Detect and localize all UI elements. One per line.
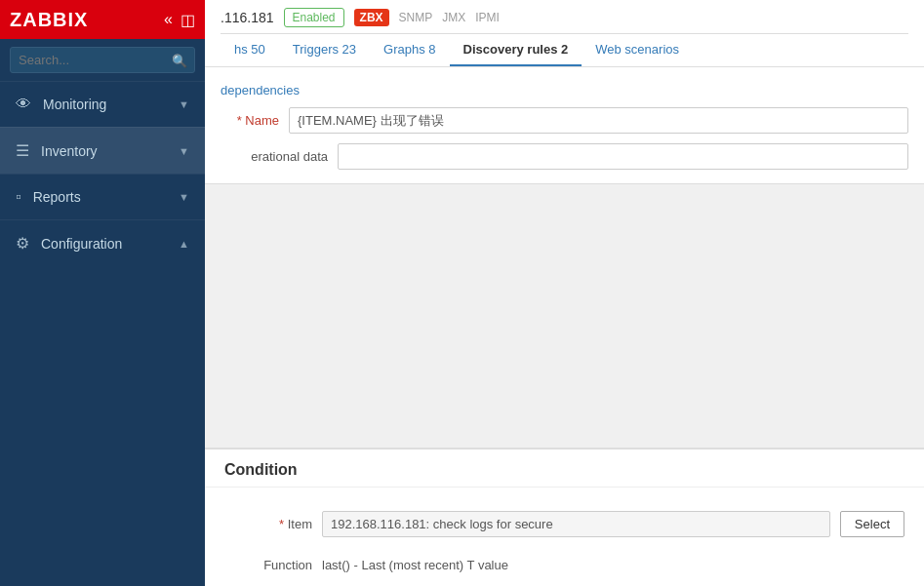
condition-function-label: Function xyxy=(224,558,312,572)
tab-web[interactable]: Web scenarios xyxy=(582,34,693,66)
chevron-up-icon: ▲ xyxy=(179,238,189,250)
tabs-row: hs 50 Triggers 23 Graphs 8 Discovery rul… xyxy=(221,33,908,66)
tab-graphs[interactable]: Graphs 8 xyxy=(370,34,449,66)
search-input[interactable] xyxy=(10,47,195,73)
monitoring-icon: 👁 xyxy=(16,96,31,113)
chevron-down-icon: ▼ xyxy=(179,98,189,110)
sidebar-item-label-configuration: Configuration xyxy=(41,236,122,252)
logo: ZABBIX xyxy=(10,9,88,31)
badge-ipmi: IPMI xyxy=(475,11,500,24)
tab-discovery[interactable]: Discovery rules 2 xyxy=(450,34,583,66)
config-icon: ⚙ xyxy=(16,234,29,253)
main-content: .116.181 Enabled ZBX SNMP JMX IPMI hs 50… xyxy=(205,0,924,586)
condition-item-label: Item xyxy=(224,517,312,531)
badge-snmp: SNMP xyxy=(399,11,433,24)
op-data-label: erational data xyxy=(221,149,328,164)
condition-item-input[interactable] xyxy=(322,511,830,537)
condition-form: Item Select Function last() - Last (most… xyxy=(205,488,924,586)
tab-items[interactable]: hs 50 xyxy=(221,34,279,66)
reports-icon: ▫ xyxy=(16,188,21,206)
select-button[interactable]: Select xyxy=(840,511,904,537)
inventory-icon: ☰ xyxy=(16,141,29,160)
breadcrumb: dependencies xyxy=(221,77,908,101)
badge-jmx: JMX xyxy=(442,11,465,24)
collapse-icon[interactable]: « xyxy=(164,11,173,29)
condition-function-row: Function last() - Last (most recent) T v… xyxy=(224,545,904,585)
chevron-down-icon-inventory: ▼ xyxy=(179,145,189,157)
sidebar: ZABBIX « ◫ 🔍 👁 Monitoring ▼ ☰ Inventory … xyxy=(0,0,205,586)
sidebar-item-inventory[interactable]: ☰ Inventory ▼ xyxy=(0,127,205,174)
name-input[interactable] xyxy=(289,107,908,134)
sidebar-header-icons: « ◫ xyxy=(164,11,195,29)
host-ip: .116.181 xyxy=(221,10,274,25)
name-row: * Name xyxy=(221,101,908,139)
op-data-input[interactable] xyxy=(338,143,908,170)
chevron-down-icon-reports: ▼ xyxy=(179,191,189,203)
tab-triggers[interactable]: Triggers 23 xyxy=(279,34,370,66)
name-label: * Name xyxy=(221,113,279,128)
host-row: .116.181 Enabled ZBX SNMP JMX IPMI xyxy=(221,0,908,33)
condition-modal: Condition Item Select Function last() - … xyxy=(205,448,924,586)
sidebar-item-label-reports: Reports xyxy=(33,189,81,205)
sidebar-search-container: 🔍 xyxy=(0,39,205,81)
op-data-row: erational data xyxy=(221,139,908,174)
sidebar-header: ZABBIX « ◫ xyxy=(0,0,205,39)
search-icon: 🔍 xyxy=(172,53,187,67)
condition-title: Condition xyxy=(205,449,924,488)
condition-item-row: Item Select xyxy=(224,503,904,545)
top-bar: .116.181 Enabled ZBX SNMP JMX IPMI hs 50… xyxy=(205,0,924,67)
sidebar-item-monitoring[interactable]: 👁 Monitoring ▼ xyxy=(0,81,205,127)
sidebar-item-label-monitoring: Monitoring xyxy=(43,97,106,112)
sidebar-item-reports[interactable]: ▫ Reports ▼ xyxy=(0,174,205,219)
badge-zbx: ZBX xyxy=(354,9,389,26)
form-area: dependencies * Name erational data xyxy=(205,67,924,184)
expand-icon[interactable]: ◫ xyxy=(181,11,195,29)
sidebar-item-label-inventory: Inventory xyxy=(41,143,98,159)
status-badge-enabled: Enabled xyxy=(284,8,344,27)
condition-function-value: last() - Last (most recent) T value xyxy=(322,553,508,577)
sidebar-item-configuration[interactable]: ⚙ Configuration ▲ xyxy=(0,219,205,266)
